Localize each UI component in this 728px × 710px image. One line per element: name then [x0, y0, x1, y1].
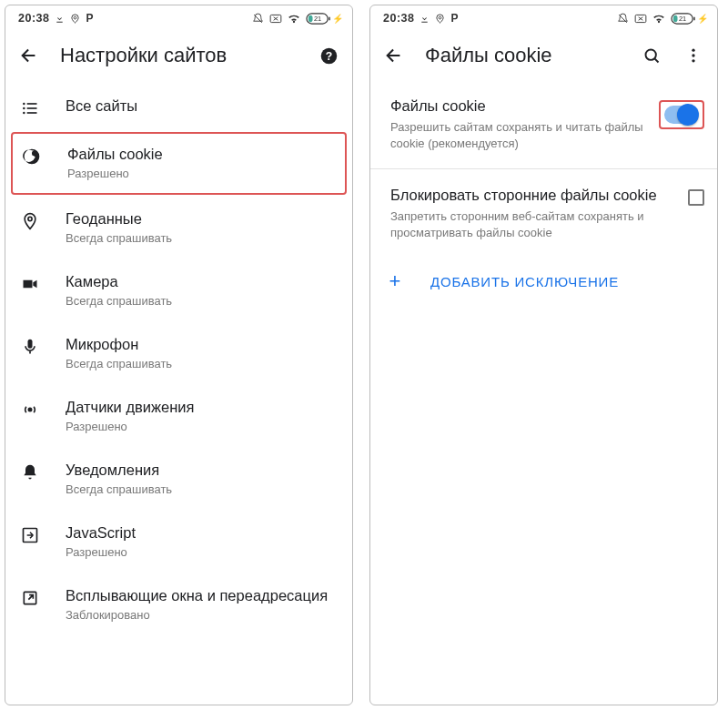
row-title: Датчики движения — [66, 398, 338, 417]
svg-point-9 — [23, 107, 25, 110]
svg-point-28 — [692, 54, 694, 56]
location-pin-icon — [20, 209, 40, 230]
row-title: Файлы cookie — [67, 145, 336, 164]
status-time: 20:38 — [383, 12, 414, 25]
nosim-icon — [269, 14, 282, 24]
block-thirdparty-checkbox[interactable] — [688, 189, 704, 206]
svg-point-14 — [29, 157, 31, 159]
location-icon — [70, 14, 80, 24]
svg-point-21 — [440, 16, 442, 19]
wifi-icon — [652, 14, 665, 24]
plus-icon: + — [385, 269, 405, 293]
svg-rect-12 — [27, 112, 37, 114]
location-icon — [435, 14, 445, 24]
download-icon — [420, 14, 430, 24]
row-subtitle: Заблокировано — [66, 607, 338, 624]
svg-rect-24 — [673, 15, 678, 21]
svg-rect-3 — [308, 15, 313, 21]
add-exception-label: ДОБАВИТЬ ИСКЛЮЧЕНИЕ — [430, 274, 619, 289]
statusbar: 20:38 P 21⚡ — [370, 5, 717, 29]
row-title: JavaScript — [66, 523, 338, 543]
row-title: Файлы cookie — [390, 96, 646, 116]
svg-point-27 — [692, 49, 694, 52]
back-icon[interactable] — [383, 46, 405, 66]
javascript-icon — [20, 523, 40, 544]
row-javascript[interactable]: JavaScript Разрешено — [5, 511, 352, 573]
popup-icon — [20, 586, 40, 607]
appbar-right: Файлы cookie — [370, 29, 717, 84]
row-motion-sensors[interactable]: Датчики движения Разрешено — [5, 385, 352, 448]
mic-icon — [20, 335, 40, 356]
svg-rect-17 — [28, 340, 33, 349]
svg-rect-10 — [27, 107, 37, 109]
mute-icon — [617, 13, 629, 25]
svg-point-13 — [28, 153, 30, 155]
svg-point-16 — [28, 217, 32, 220]
page-title-left: Настройки сайтов — [60, 44, 298, 67]
status-time: 20:38 — [18, 12, 49, 25]
battery-icon: 21⚡ — [671, 13, 708, 25]
row-title: Микрофон — [66, 335, 338, 354]
row-subtitle: Всегда спрашивать — [66, 230, 338, 247]
back-icon[interactable] — [18, 46, 40, 66]
camera-icon — [20, 272, 40, 293]
sensor-icon — [20, 398, 40, 419]
row-title: Геоданные — [66, 209, 338, 228]
svg-point-11 — [23, 112, 25, 115]
wifi-icon — [288, 14, 300, 24]
row-location[interactable]: Геоданные Всегда спрашивать — [5, 197, 352, 259]
svg-point-18 — [28, 408, 31, 411]
row-subtitle: Всегда спрашивать — [66, 293, 338, 309]
page-title-right: Файлы cookie — [425, 44, 621, 67]
row-title: Все сайты — [66, 96, 338, 116]
help-icon[interactable]: ? — [318, 46, 339, 66]
phone-left: 20:38 P 21⚡ Настройки сайтов ? Все сайты… — [5, 5, 353, 705]
svg-text:?: ? — [325, 49, 331, 62]
highlight-cookies-row: Файлы cookie Разрешено — [11, 132, 347, 195]
row-subtitle: Всегда спрашивать — [66, 356, 338, 372]
statusbar: 20:38 P 21⚡ — [5, 5, 352, 29]
row-popups[interactable]: Всплывающие окна и переадресация Заблоки… — [5, 573, 352, 636]
more-icon[interactable] — [682, 46, 704, 65]
svg-text:21: 21 — [314, 15, 321, 23]
svg-point-0 — [75, 16, 77, 19]
p-icon: P — [86, 12, 93, 25]
row-camera[interactable]: Камера Всегда спрашивать — [5, 259, 352, 322]
svg-rect-8 — [27, 103, 37, 105]
row-subtitle: Запретить сторонним веб-сайтам сохранять… — [390, 208, 675, 240]
search-icon[interactable] — [641, 46, 662, 66]
add-exception-button[interactable]: + ДОБАВИТЬ ИСКЛЮЧЕНИЕ — [370, 253, 717, 309]
row-subtitle: Разрешено — [66, 544, 338, 561]
bell-icon — [20, 461, 40, 482]
row-notifications[interactable]: Уведомления Всегда спрашивать — [5, 448, 352, 511]
appbar-left: Настройки сайтов ? — [5, 29, 352, 84]
mute-icon — [252, 13, 264, 25]
svg-point-29 — [692, 59, 694, 62]
row-subtitle: Разрешено — [67, 166, 336, 182]
settings-list: Все сайты Файлы cookie Разрешено Геоданн… — [5, 84, 352, 705]
highlight-toggle — [659, 100, 704, 129]
row-all-sites[interactable]: Все сайты — [5, 84, 352, 130]
divider — [370, 168, 717, 169]
svg-text:21: 21 — [679, 15, 686, 23]
p-icon: P — [450, 12, 458, 25]
row-title: Блокировать сторонние файлы cookie — [390, 186, 675, 205]
row-cookies-toggle[interactable]: Файлы cookie Разрешить сайтам сохранять … — [370, 84, 717, 165]
cookie-settings: Файлы cookie Разрешить сайтам сохранять … — [370, 84, 717, 705]
svg-point-15 — [33, 157, 35, 158]
cookie-icon — [22, 145, 42, 166]
row-subtitle: Разрешено — [66, 419, 338, 435]
download-icon — [55, 14, 65, 24]
nosim-icon — [634, 14, 647, 24]
cookies-toggle[interactable] — [664, 106, 697, 124]
row-subtitle: Разрешить сайтам сохранять и читать файл… — [390, 119, 646, 151]
row-title: Всплывающие окна и переадресация — [66, 586, 338, 605]
phone-right: 20:38 P 21⚡ Файлы cookie Файлы cookie Ра… — [369, 5, 718, 705]
row-title: Камера — [66, 272, 338, 291]
row-cookies[interactable]: Файлы cookie Разрешено — [13, 134, 345, 193]
list-icon — [20, 96, 40, 117]
row-microphone[interactable]: Микрофон Всегда спрашивать — [5, 322, 352, 385]
battery-icon: 21⚡ — [306, 13, 343, 25]
row-title: Уведомления — [66, 461, 338, 480]
row-block-thirdparty[interactable]: Блокировать сторонние файлы cookie Запре… — [370, 173, 717, 254]
